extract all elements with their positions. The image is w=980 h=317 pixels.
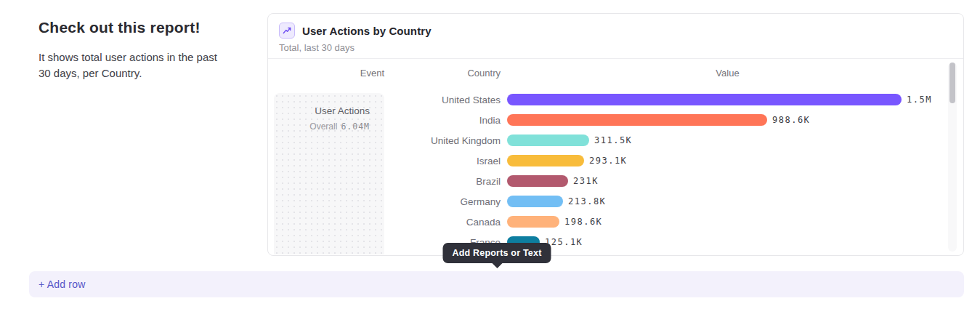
chart-row: Germany213.8K xyxy=(268,191,947,212)
bar-track: 231K xyxy=(507,175,947,187)
bar-value-label: 198.6K xyxy=(564,217,602,227)
report-subtitle: Total, last 30 days xyxy=(279,42,952,53)
bar-segment[interactable] xyxy=(507,175,568,187)
add-row-button[interactable]: + Add row xyxy=(29,271,964,297)
scrollbar-track[interactable] xyxy=(948,63,957,252)
bar-track: 125.1K xyxy=(507,236,947,248)
country-label: Canada xyxy=(268,217,501,228)
bar-value-label: 988.6K xyxy=(772,115,810,125)
bar-track: 1.5M xyxy=(507,94,947,105)
bar-segment[interactable] xyxy=(507,196,563,207)
bar-value-label: 311.5K xyxy=(594,135,632,145)
bar-segment[interactable] xyxy=(507,114,767,126)
chart-row: Israel293.1K xyxy=(268,151,947,171)
chart-row: United States1.5M xyxy=(268,89,947,110)
column-header-value: Value xyxy=(507,68,948,79)
country-label: United States xyxy=(268,95,501,105)
chart-row: Brazil231K xyxy=(268,171,947,191)
bar-segment[interactable] xyxy=(507,155,584,166)
bar-chart: Event Country Value User Actions Overall… xyxy=(268,59,963,254)
bar-value-label: 213.8K xyxy=(568,196,606,206)
country-label: Germany xyxy=(268,196,501,207)
text-card[interactable]: Check out this report! It shows total us… xyxy=(39,19,220,81)
country-label: Israel xyxy=(268,156,501,166)
chart-row: France125.1K xyxy=(268,232,947,252)
chart-row: Canada198.6K xyxy=(268,212,947,232)
country-label: India xyxy=(268,115,501,126)
chart-row: United Kingdom311.5K xyxy=(268,130,947,151)
chart-rows: United States1.5MIndia988.6KUnited Kingd… xyxy=(268,89,947,252)
add-row-label: + Add row xyxy=(39,278,85,290)
bar-segment[interactable] xyxy=(507,216,559,228)
bar-track: 311.5K xyxy=(507,135,947,146)
bar-track: 988.6K xyxy=(507,114,947,126)
country-label: United Kingdom xyxy=(268,135,501,146)
bar-value-label: 1.5M xyxy=(907,95,932,105)
country-label: Brazil xyxy=(268,176,501,187)
report-card-header: User Actions by Country Total, last 30 d… xyxy=(268,14,963,59)
text-card-description: It shows total user actions in the past … xyxy=(39,49,220,81)
bar-track: 213.8K xyxy=(507,196,947,207)
column-header-event: Event xyxy=(274,68,384,79)
dashboard-canvas: Check out this report! It shows total us… xyxy=(0,0,980,317)
bar-track: 198.6K xyxy=(507,216,947,228)
bar-segment[interactable] xyxy=(507,135,589,146)
report-card[interactable]: User Actions by Country Total, last 30 d… xyxy=(267,13,964,256)
text-card-heading: Check out this report! xyxy=(39,19,220,36)
line-chart-icon xyxy=(279,23,295,39)
tooltip-label: Add Reports or Text xyxy=(452,248,541,258)
bar-track: 293.1K xyxy=(507,155,947,166)
table-column-headers: Event Country Value xyxy=(268,59,963,89)
column-header-country: Country xyxy=(384,68,501,79)
add-reports-tooltip: Add Reports or Text xyxy=(442,243,551,263)
scrollbar-thumb[interactable] xyxy=(949,63,955,103)
bar-value-label: 293.1K xyxy=(589,156,627,166)
tooltip-arrow-icon xyxy=(492,263,502,268)
report-title: User Actions by Country xyxy=(302,25,432,37)
bar-segment[interactable] xyxy=(507,94,902,105)
bar-value-label: 231K xyxy=(573,176,599,186)
chart-row: India988.6K xyxy=(268,110,947,130)
